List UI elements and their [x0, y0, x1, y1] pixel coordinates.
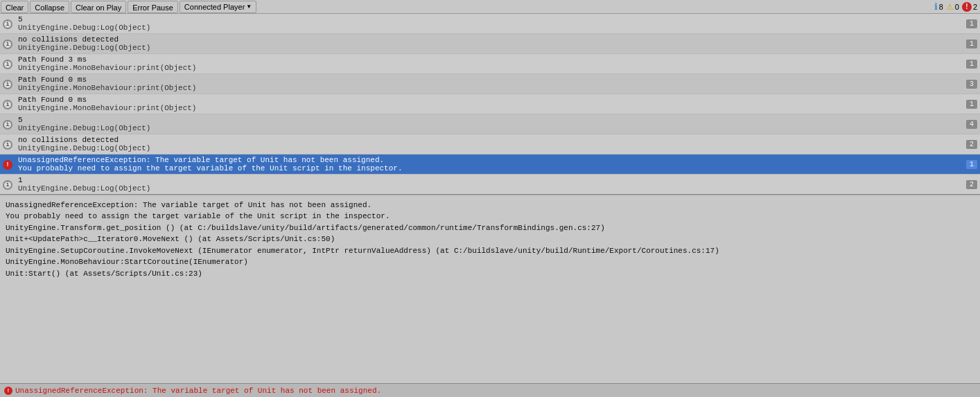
- log-row-count-cell: 1: [959, 34, 980, 53]
- log-row-icon-cell: i: [0, 74, 15, 94]
- warning-row-icon: i: [3, 19, 12, 29]
- log-row-count-cell: 1: [959, 14, 980, 33]
- detail-line: Unit+<UpdatePath>c__Iterator0.MoveNext (…: [6, 233, 974, 245]
- log-row-icon-cell: i: [0, 175, 15, 194]
- detail-area: UnassignedReferenceException: The variab…: [0, 195, 980, 384]
- clear-on-play-button[interactable]: Clear on Play: [71, 1, 126, 13]
- log-row-icon-cell: !: [0, 155, 15, 174]
- log-row[interactable]: ino collisions detectedUnityEngine.Debug…: [0, 134, 980, 155]
- log-row-icon-cell: i: [0, 114, 15, 134]
- log-row-text: Path Found 3 ms: [18, 55, 956, 64]
- toolbar-right: ℹ 8 ⚠ 0 ! 2: [934, 1, 980, 12]
- log-row-text: 1: [18, 176, 956, 184]
- warn-count: 0: [955, 3, 959, 11]
- warn-icon: ⚠: [946, 2, 954, 12]
- log-row-count-cell: 1: [959, 54, 980, 73]
- log-row[interactable]: ino collisions detectedUnityEngine.Debug…: [0, 34, 980, 54]
- log-row[interactable]: iPath Found 0 msUnityEngine.MonoBehaviou…: [0, 74, 980, 94]
- log-row-text: no collisions detected: [18, 136, 956, 144]
- detail-line: UnityEngine.MonoBehaviour:StartCoroutine…: [6, 256, 974, 268]
- detail-line: You probably need to assign the target v…: [6, 211, 974, 222]
- warning-row-icon: i: [3, 140, 12, 150]
- log-row-count-badge: 4: [966, 120, 977, 129]
- log-row-subtext: UnityEngine.Debug:Log(Object): [18, 24, 956, 32]
- log-row-content: Path Found 3 msUnityEngine.MonoBehaviour…: [15, 54, 959, 73]
- log-row-count-cell: 3: [959, 74, 980, 94]
- error-count: 2: [973, 3, 977, 11]
- log-row-content: Path Found 0 msUnityEngine.MonoBehaviour…: [15, 94, 959, 114]
- log-row-text: UnassignedReferenceException: The variab…: [18, 156, 956, 164]
- log-row-count-cell: 2: [959, 134, 980, 154]
- log-row-count-badge: 1: [966, 60, 977, 69]
- log-row-subtext: UnityEngine.Debug:Log(Object): [18, 124, 956, 132]
- status-bar: ! UnassignedReferenceException: The vari…: [0, 383, 980, 397]
- log-row[interactable]: i5UnityEngine.Debug:Log(Object)4: [0, 114, 980, 134]
- warning-row-icon: i: [3, 60, 12, 69]
- detail-line: UnassignedReferenceException: The variab…: [6, 200, 974, 211]
- log-row-count-badge: 1: [966, 160, 977, 169]
- log-row-icon-cell: i: [0, 94, 15, 114]
- log-row-subtext: UnityEngine.Debug:Log(Object): [18, 144, 956, 152]
- log-row-text: no collisions detected: [18, 35, 956, 44]
- info-badge-group[interactable]: ℹ 8: [934, 1, 943, 12]
- info-count: 8: [939, 3, 943, 11]
- warning-row-icon: i: [3, 100, 12, 109]
- log-row-icon-cell: i: [0, 134, 15, 154]
- log-row-count-cell: 4: [959, 114, 980, 134]
- log-row[interactable]: iPath Found 3 msUnityEngine.MonoBehaviou…: [0, 54, 980, 74]
- connected-player-button[interactable]: Connected Player ▼: [180, 1, 256, 13]
- log-list: i5UnityEngine.Debug:Log(Object)1ino coll…: [0, 14, 980, 195]
- log-row-count-cell: 1: [959, 94, 980, 114]
- log-row-count-badge: 1: [966, 39, 977, 48]
- warn-badge-group[interactable]: ⚠ 0: [946, 2, 959, 12]
- log-row-count-badge: 3: [966, 80, 977, 89]
- log-row-content: 1UnityEngine.Debug:Log(Object): [15, 175, 959, 194]
- log-row[interactable]: i1UnityEngine.Debug:Log(Object)2: [0, 175, 980, 195]
- log-row-content: no collisions detectedUnityEngine.Debug:…: [15, 134, 959, 154]
- log-row[interactable]: !UnassignedReferenceException: The varia…: [0, 155, 980, 175]
- status-error-icon: !: [4, 387, 12, 395]
- log-row-subtext: UnityEngine.MonoBehaviour:print(Object): [18, 64, 956, 72]
- log-row-subtext: UnityEngine.Debug:Log(Object): [18, 44, 956, 52]
- log-row-subtext: UnityEngine.Debug:Log(Object): [18, 184, 956, 193]
- toolbar: Clear Collapse Clear on Play Error Pause…: [0, 0, 980, 14]
- error-pause-button[interactable]: Error Pause: [128, 1, 178, 13]
- detail-line: Unit:Start() (at Assets/Scripts/Unit.cs:…: [6, 268, 974, 280]
- warning-row-icon: i: [3, 39, 12, 49]
- log-row-count-badge: 1: [966, 100, 977, 109]
- error-badge-group[interactable]: ! 2: [962, 2, 977, 12]
- error-row-icon: !: [3, 160, 12, 170]
- log-row-content: Path Found 0 msUnityEngine.MonoBehaviour…: [15, 74, 959, 94]
- log-row-content: UnassignedReferenceException: The variab…: [15, 155, 959, 174]
- log-row-content: 5UnityEngine.Debug:Log(Object): [15, 14, 959, 33]
- log-row-text: Path Found 0 ms: [18, 96, 956, 104]
- log-row[interactable]: iPath Found 0 msUnityEngine.MonoBehaviou…: [0, 94, 980, 114]
- dropdown-arrow-icon: ▼: [246, 1, 252, 12]
- info-icon: ℹ: [934, 1, 938, 12]
- log-row-count-badge: 2: [966, 140, 977, 149]
- log-row-count-cell: 2: [959, 175, 980, 194]
- log-row-icon-cell: i: [0, 14, 15, 33]
- log-row-icon-cell: i: [0, 54, 15, 73]
- warning-row-icon: i: [3, 120, 12, 130]
- log-row-subtext: You probably need to assign the target v…: [18, 164, 956, 173]
- log-row-content: no collisions detectedUnityEngine.Debug:…: [15, 34, 959, 53]
- log-row-text: 5: [18, 15, 956, 24]
- log-row-content: 5UnityEngine.Debug:Log(Object): [15, 114, 959, 134]
- detail-line: UnityEngine.Transform.get_position () (a…: [6, 222, 974, 234]
- status-text: UnassignedReferenceException: The variab…: [15, 387, 381, 395]
- log-row-count-badge: 2: [966, 180, 977, 189]
- warning-row-icon: i: [3, 180, 12, 190]
- detail-line: UnityEngine.SetupCoroutine.InvokeMoveNex…: [6, 245, 974, 257]
- log-row[interactable]: i5UnityEngine.Debug:Log(Object)1: [0, 14, 980, 34]
- error-icon: !: [962, 2, 972, 12]
- log-row-count-badge: 1: [966, 19, 977, 28]
- log-row-text: Path Found 0 ms: [18, 76, 956, 84]
- warning-row-icon: i: [3, 80, 12, 89]
- log-row-text: 5: [18, 116, 956, 124]
- log-row-count-cell: 1: [959, 155, 980, 174]
- clear-button[interactable]: Clear: [1, 1, 28, 13]
- log-row-subtext: UnityEngine.MonoBehaviour:print(Object): [18, 84, 956, 92]
- log-row-icon-cell: i: [0, 34, 15, 53]
- collapse-button[interactable]: Collapse: [30, 1, 69, 13]
